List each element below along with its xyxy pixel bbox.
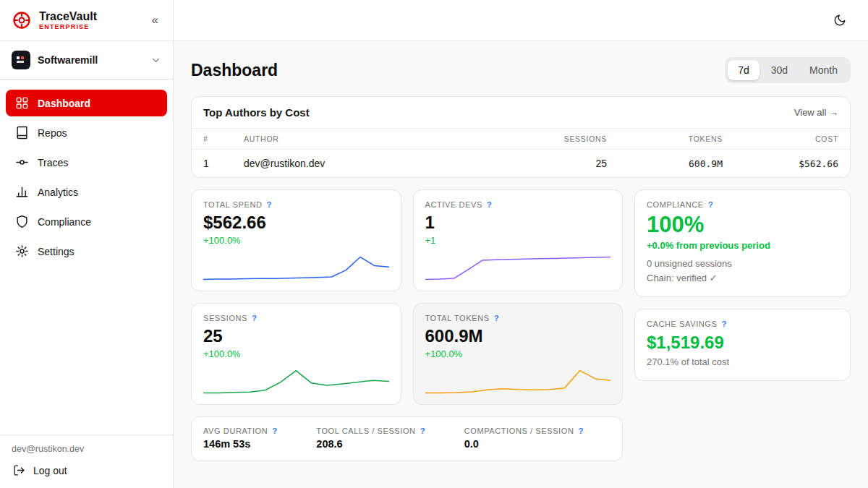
sidebar-item-dashboard[interactable]: Dashboard [6, 90, 167, 116]
author-table-row[interactable]: 1 dev@rustikon.dev 25 600.9M $562.66 [192, 150, 850, 178]
top-authors-header: Top Authors by Cost View all → [192, 97, 850, 128]
col-header-author: AUTHOR [232, 129, 503, 150]
nav-label-dashboard: Dashboard [38, 98, 90, 109]
compliance-card: COMPLIANCE ? 100% +0.0% from previous pe… [634, 189, 851, 297]
repo-icon [15, 126, 29, 140]
compliance-value: 100% [647, 212, 838, 238]
brand: TraceVault ENTERPRISE [39, 10, 97, 31]
chain-verified-text: Chain: verified ✓ [647, 273, 838, 283]
active-devs-card: ACTIVE DEVS ? 1 +1 [413, 189, 624, 291]
user-email: dev@rustikon.dev [12, 444, 161, 454]
top-authors-title: Top Authors by Cost [203, 106, 310, 119]
total-tokens-label: TOTAL TOKENS [425, 314, 490, 322]
stats-layout: TOTAL SPEND ? $562.66 +100.0% ACTIVE DEV… [191, 189, 851, 461]
view-all-link[interactable]: View all → [794, 107, 838, 118]
author-tokens: 600.9M [618, 150, 734, 178]
org-name: Softwaremill [38, 54, 98, 66]
dashboard-content: Dashboard 7d 30d Month Top Authors by Co… [174, 41, 868, 488]
total-spend-delta: +100.0% [203, 235, 389, 246]
sidebar-collapse-button[interactable]: « [149, 12, 161, 29]
brand-badge: ENTERPRISE [39, 23, 97, 30]
active-devs-delta: +1 [425, 235, 611, 246]
authors-table: # AUTHOR SESSIONS TOKENS COST 1 dev@rust… [192, 128, 850, 177]
total-tokens-delta: +100.0% [425, 348, 611, 359]
theme-toggle-button[interactable] [830, 11, 849, 30]
tool-calls-value: 208.6 [316, 438, 425, 450]
nav-label-traces: Traces [38, 157, 68, 168]
compliance-help-icon[interactable]: ? [708, 200, 713, 209]
brand-name: TraceVault [39, 10, 97, 23]
avg-duration-value: 146m 53s [203, 438, 277, 450]
total-spend-sparkline [203, 254, 389, 282]
logout-button[interactable]: Log out [12, 464, 161, 476]
moon-icon [833, 14, 846, 27]
active-devs-help-icon[interactable]: ? [487, 200, 492, 209]
col-header-sessions: SESSIONS [503, 129, 618, 150]
sidebar-item-traces[interactable]: Traces [6, 149, 167, 176]
compactions-label: COMPACTIONS / SESSION [464, 427, 574, 435]
sessions-value: 25 [203, 326, 389, 346]
compliance-delta: +0.0% from previous period [647, 240, 838, 251]
author-email: dev@rustikon.dev [232, 150, 503, 178]
sessions-sparkline [203, 368, 389, 395]
sessions-label: SESSIONS [203, 314, 247, 322]
sidebar-header: TraceVault ENTERPRISE « [0, 0, 173, 41]
topbar [174, 0, 868, 41]
right-column: COMPLIANCE ? 100% +0.0% from previous pe… [634, 189, 851, 381]
chevron-down-icon [150, 55, 161, 66]
org-avatar [12, 51, 30, 69]
total-tokens-value: 600.9M [425, 326, 611, 346]
compactions-help-icon[interactable]: ? [578, 427, 583, 435]
nav-label-settings: Settings [38, 246, 75, 257]
cache-savings-help-icon[interactable]: ? [721, 320, 726, 328]
active-devs-sparkline [425, 254, 611, 282]
sessions-help-icon[interactable]: ? [252, 314, 257, 322]
total-tokens-card: TOTAL TOKENS ? 600.9M +100.0% [413, 303, 624, 405]
nav-label-repos: Repos [38, 127, 67, 139]
gear-icon [15, 244, 29, 258]
total-spend-card: TOTAL SPEND ? $562.66 +100.0% [191, 189, 401, 291]
total-spend-label: TOTAL SPEND [203, 200, 263, 209]
total-tokens-help-icon[interactable]: ? [494, 314, 499, 322]
sidebar-item-analytics[interactable]: Analytics [6, 179, 167, 205]
author-cost: $562.66 [734, 150, 850, 178]
stats-grid: TOTAL SPEND ? $562.66 +100.0% ACTIVE DEV… [191, 189, 623, 461]
col-header-rank: # [192, 129, 232, 150]
sessions-card: SESSIONS ? 25 +100.0% [191, 303, 401, 405]
nav-label-analytics: Analytics [38, 187, 78, 198]
compactions-stat: COMPACTIONS / SESSION ? 0.0 [464, 427, 584, 450]
range-tab-30d[interactable]: 30d [761, 60, 798, 80]
date-range-switcher: 7d 30d Month [725, 57, 851, 83]
sidebar-nav: Dashboard Repos Traces Analytics Complia… [0, 80, 173, 275]
cache-savings-card: CACHE SAVINGS ? $1,519.69 270.1% of tota… [634, 309, 851, 381]
avg-duration-label: AVG DURATION [203, 427, 268, 435]
sidebar-item-compliance[interactable]: Compliance [6, 208, 167, 235]
sidebar: TraceVault ENTERPRISE « Softwaremill Das… [0, 0, 174, 488]
logout-icon [13, 464, 25, 476]
top-authors-card: Top Authors by Cost View all → # AUTHOR … [191, 96, 851, 178]
session-metrics-card: AVG DURATION ? 146m 53s TOOL CALLS / SES… [191, 416, 623, 461]
nav-label-compliance: Compliance [38, 216, 91, 228]
tracevault-logo-icon [12, 10, 32, 30]
sidebar-item-repos[interactable]: Repos [6, 119, 167, 146]
logout-label: Log out [33, 465, 67, 476]
total-spend-help-icon[interactable]: ? [267, 200, 272, 209]
range-tab-7d[interactable]: 7d [728, 60, 760, 80]
page-title: Dashboard [191, 61, 278, 80]
shield-icon [15, 215, 29, 228]
org-selector[interactable]: Softwaremill [0, 41, 173, 80]
unsigned-sessions-text: 0 unsigned sessions [647, 258, 838, 269]
avg-duration-help-icon[interactable]: ? [272, 427, 277, 435]
tool-calls-help-icon[interactable]: ? [420, 427, 425, 435]
active-devs-label: ACTIVE DEVS [425, 200, 482, 209]
col-header-cost: COST [734, 129, 850, 150]
content-header: Dashboard 7d 30d Month [191, 57, 851, 83]
sidebar-item-settings[interactable]: Settings [6, 238, 167, 265]
tool-calls-stat: TOOL CALLS / SESSION ? 208.6 [316, 427, 425, 450]
total-tokens-sparkline [425, 368, 611, 395]
compliance-label: COMPLIANCE [647, 200, 704, 209]
range-tab-month[interactable]: Month [799, 60, 848, 80]
total-spend-value: $562.66 [203, 213, 389, 233]
avg-duration-stat: AVG DURATION ? 146m 53s [203, 427, 277, 450]
grid-icon [15, 96, 29, 110]
